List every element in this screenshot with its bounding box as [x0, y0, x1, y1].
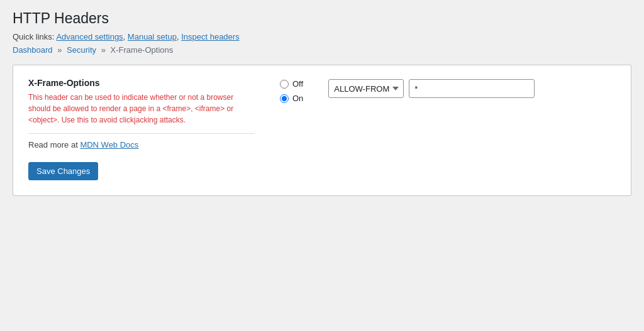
settings-card: X-Frame-Options This header can be used …: [13, 65, 631, 196]
breadcrumb-security[interactable]: Security: [67, 45, 96, 55]
quick-links-label: Quick links:: [13, 32, 54, 41]
quick-link-inspect-headers[interactable]: Inspect headers: [181, 32, 240, 41]
radio-off[interactable]: [280, 80, 289, 89]
divider: [28, 133, 255, 134]
url-input[interactable]: [409, 79, 535, 98]
quick-link-advanced-settings[interactable]: Advanced settings: [56, 32, 123, 41]
breadcrumb-sep-1: »: [57, 45, 62, 55]
read-more-prefix: Read more at: [28, 140, 78, 149]
left-section: X-Frame-Options This header can be used …: [28, 78, 255, 149]
breadcrumb-dashboard[interactable]: Dashboard: [13, 45, 53, 55]
mdn-web-docs-link[interactable]: MDN Web Docs: [80, 140, 138, 149]
radio-off-option[interactable]: Off: [280, 79, 303, 89]
card-inner: X-Frame-Options This header can be used …: [28, 78, 616, 149]
breadcrumb-sep-2: »: [101, 45, 106, 55]
breadcrumb: Dashboard » Security » X-Frame-Options: [13, 45, 631, 55]
radio-on-option[interactable]: On: [280, 94, 303, 103]
right-controls: DENY SAMEORIGIN ALLOW-FROM: [328, 78, 535, 98]
save-section: Save Changes: [28, 162, 616, 180]
radio-on[interactable]: [280, 94, 289, 103]
allow-from-select[interactable]: DENY SAMEORIGIN ALLOW-FROM: [328, 79, 404, 98]
setting-desc: This header can be used to indicate whet…: [28, 92, 255, 126]
radio-off-label: Off: [292, 79, 303, 89]
setting-title: X-Frame-Options: [28, 78, 255, 88]
breadcrumb-current: X-Frame-Options: [111, 45, 174, 55]
read-more: Read more at MDN Web Docs: [28, 140, 255, 149]
page-title: HTTP Headers: [13, 10, 631, 27]
quick-links-bar: Quick links: Advanced settings, Manual s…: [13, 32, 631, 41]
radio-group: Off On: [280, 78, 303, 103]
radio-on-label: On: [292, 94, 303, 103]
quick-link-manual-setup[interactable]: Manual setup: [128, 32, 177, 41]
save-button[interactable]: Save Changes: [28, 162, 98, 180]
